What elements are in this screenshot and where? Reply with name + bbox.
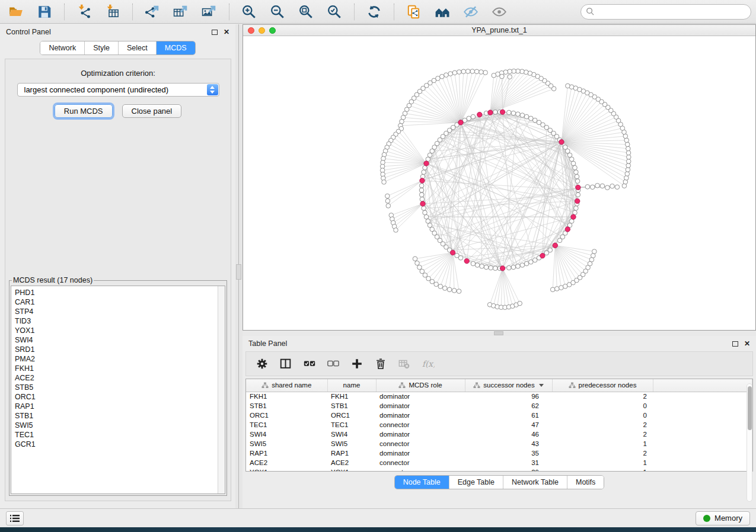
close-panel-button[interactable]: Close panel <box>122 104 182 118</box>
table-cell[interactable]: dominator <box>376 401 465 411</box>
graph-node[interactable] <box>483 70 488 75</box>
graph-node[interactable] <box>452 289 457 293</box>
table-cell[interactable]: 35 <box>465 448 552 458</box>
mcds-result-item[interactable]: SRD1 <box>15 345 225 354</box>
table-scrollbar-thumb[interactable] <box>748 386 752 430</box>
graph-hub-node[interactable] <box>450 250 455 255</box>
graph-node[interactable] <box>455 254 460 258</box>
graph-node[interactable] <box>574 206 579 211</box>
table-cell[interactable]: 61 <box>465 411 552 420</box>
graph-node[interactable] <box>518 301 522 306</box>
graph-node[interactable] <box>626 159 631 164</box>
table-cell[interactable]: YOX1 <box>327 467 376 472</box>
table-row[interactable]: ORC1ORC1dominator610 <box>246 411 752 420</box>
graph-hub-node[interactable] <box>571 214 576 219</box>
tab-motifs[interactable]: Motifs <box>567 476 604 489</box>
table-cell[interactable]: dominator <box>376 448 465 458</box>
graph-node[interactable] <box>524 261 529 266</box>
table-cell[interactable]: SWI5 <box>246 439 327 448</box>
graph-node[interactable] <box>420 269 425 274</box>
graph-node[interactable] <box>419 184 424 188</box>
graph-node[interactable] <box>474 69 479 74</box>
graph-node[interactable] <box>385 194 390 198</box>
graph-node[interactable] <box>452 70 457 75</box>
table-cell[interactable]: connector <box>376 439 465 448</box>
graph-hub-node[interactable] <box>424 161 429 166</box>
table-cell[interactable]: RAP1 <box>327 448 376 458</box>
add-column-button[interactable] <box>349 356 365 371</box>
graph-node[interactable] <box>625 172 630 177</box>
graph-node[interactable] <box>484 265 489 270</box>
graph-node[interactable] <box>400 119 404 124</box>
mcds-result-item[interactable]: PHD1 <box>15 288 225 297</box>
mcds-result-item[interactable]: STP4 <box>15 307 225 316</box>
graph-node[interactable] <box>471 114 476 119</box>
table-cell[interactable]: 96 <box>465 392 552 401</box>
graph-node[interactable] <box>480 264 484 269</box>
graph-hub-node[interactable] <box>420 201 425 206</box>
table-cell[interactable]: 2 <box>552 448 653 458</box>
mcds-result-item[interactable]: ACE2 <box>15 373 225 383</box>
splitter-grip[interactable] <box>494 331 503 335</box>
memory-button[interactable]: Memory <box>696 511 750 525</box>
graph-node[interactable] <box>422 206 426 211</box>
mcds-result-item[interactable]: GCR1 <box>15 440 225 449</box>
graph-node[interactable] <box>444 73 449 78</box>
mcds-result-item[interactable]: YOX1 <box>15 326 225 335</box>
import-network-button[interactable] <box>73 2 95 21</box>
graph-node[interactable] <box>529 259 534 264</box>
control-panel-float-icon[interactable] <box>212 30 218 35</box>
column-header-name[interactable]: name <box>327 379 376 392</box>
mcds-result-list[interactable]: PHD1CAR1STP4TID3YOX1SWI4SRD1PMA2FKH1ACE2… <box>11 286 225 494</box>
table-row[interactable]: SWI5SWI5connector431 <box>246 439 752 448</box>
table-cell[interactable]: TEC1 <box>327 420 376 430</box>
graph-node[interactable] <box>386 204 391 209</box>
graph-node[interactable] <box>590 185 595 190</box>
graph-node[interactable] <box>605 185 610 190</box>
table-cell[interactable]: 46 <box>465 430 552 439</box>
graph-node[interactable] <box>420 197 425 202</box>
graph-node[interactable] <box>438 284 443 289</box>
graph-node[interactable] <box>419 188 424 193</box>
graph-node[interactable] <box>516 112 521 117</box>
graph-node[interactable] <box>511 265 516 270</box>
table-row[interactable]: SWI4SWI4dominator462 <box>246 430 752 439</box>
graph-node[interactable] <box>615 185 620 190</box>
table-cell[interactable]: SWI5 <box>327 439 376 448</box>
table-cell[interactable]: STB1 <box>246 401 327 411</box>
graph-node[interactable] <box>422 170 426 175</box>
tab-mcds[interactable]: MCDS <box>156 41 195 55</box>
table-cell[interactable]: 0 <box>552 411 653 420</box>
column-header-MCDS-role[interactable]: MCDS role <box>376 379 465 392</box>
table-cell[interactable]: connector <box>376 420 465 430</box>
graph-node[interactable] <box>426 219 430 224</box>
table-cell[interactable]: 1 <box>552 467 653 472</box>
graph-node[interactable] <box>415 261 420 265</box>
graph-node[interactable] <box>382 180 387 185</box>
table-cell[interactable]: 29 <box>465 467 552 472</box>
graph-node[interactable] <box>430 227 435 232</box>
graph-node[interactable] <box>493 110 498 114</box>
table-cell[interactable]: SWI4 <box>327 430 376 439</box>
graph-node[interactable] <box>529 116 534 121</box>
select-all-checkboxes-button[interactable] <box>302 356 317 371</box>
graph-node[interactable] <box>508 75 512 79</box>
graph-node[interactable] <box>557 238 562 243</box>
graph-node[interactable] <box>591 254 596 258</box>
graph-node[interactable] <box>479 70 484 75</box>
graph-node[interactable] <box>573 165 578 170</box>
graph-node[interactable] <box>394 228 398 233</box>
table-cell[interactable]: connector <box>376 458 465 467</box>
graph-node[interactable] <box>424 214 429 219</box>
network-canvas[interactable] <box>243 36 755 330</box>
table-cell[interactable]: 1 <box>552 458 653 467</box>
graph-hub-node[interactable] <box>477 112 482 117</box>
graph-hub-node[interactable] <box>464 258 469 263</box>
table-row[interactable]: ACE2ACE2connector311 <box>246 458 752 467</box>
graph-hub-node[interactable] <box>553 243 557 248</box>
mcds-list-scrollbar[interactable] <box>218 286 225 493</box>
table-row[interactable]: YOX1YOX1connector291 <box>246 467 752 472</box>
open-folder-button[interactable] <box>5 2 27 21</box>
graph-node[interactable] <box>567 153 572 158</box>
graph-node[interactable] <box>575 174 579 179</box>
